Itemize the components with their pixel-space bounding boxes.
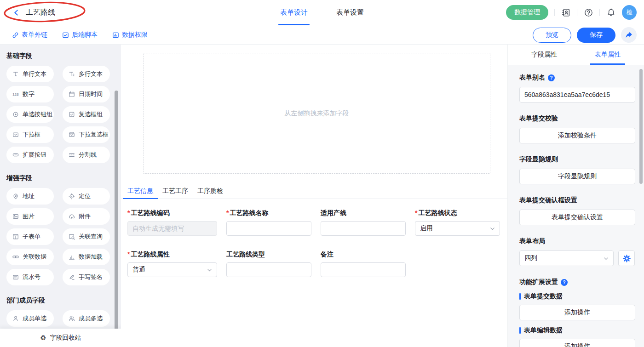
help-icon[interactable]: ? (548, 74, 555, 81)
field-item-label: 子表单 (23, 233, 40, 241)
add-validation-button[interactable]: 添加校验条件 (519, 128, 635, 143)
data-load-icon (68, 254, 75, 260)
field-item-single-line-text[interactable]: 单行文本 (6, 66, 54, 82)
palette-scrollbar[interactable] (115, 91, 118, 346)
help-icon[interactable] (583, 7, 593, 17)
field-item-label: 下拉框 (23, 131, 40, 139)
attachment-icon (68, 213, 75, 220)
field-item-member-single[interactable]: 成员单选 (6, 310, 54, 327)
help-icon[interactable]: ? (561, 279, 568, 286)
route-code-input[interactable] (127, 221, 217, 236)
field-item-image[interactable]: 图片 (6, 208, 54, 225)
field-item-label: 扩展按钮 (23, 151, 46, 159)
panel-scrollbar[interactable] (639, 69, 643, 184)
field-item-serial-number[interactable]: 流水号 (6, 269, 54, 285)
field-route-attribute: *工艺路线属性 普通 (127, 250, 217, 277)
header-left: 工艺路线 (0, 7, 55, 17)
design-canvas: 从左侧拖拽来添加字段 工艺信息 工艺工序 工序质检 *工艺路线编码 *工艺路线名… (121, 45, 507, 347)
field-item-radio-group[interactable]: 单选按钮组 (6, 106, 54, 123)
submit-data-add-action-button[interactable]: 添加操作 (519, 305, 635, 320)
form-alias-input[interactable] (519, 87, 635, 102)
divider (599, 9, 600, 16)
edit-data-add-action-button[interactable]: 添加操作 (519, 339, 635, 347)
datetime-icon (68, 91, 75, 97)
field-item-label: 成员单选 (23, 314, 46, 323)
data-manage-button[interactable]: 数据管理 (506, 5, 548, 20)
tab-step-quality-check[interactable]: 工序质检 (193, 184, 228, 199)
multi-select-icon (68, 131, 75, 138)
notification-bell-icon[interactable] (606, 7, 616, 17)
toolbar-link-label: 后端脚本 (72, 31, 98, 39)
field-item-subform[interactable]: 子表单 (6, 228, 54, 245)
tab-process-steps[interactable]: 工艺工序 (158, 184, 193, 199)
visibility-rule-button[interactable]: 字段显隐规则 (519, 169, 635, 184)
field-item-linked-query[interactable]: 关联查询 (63, 228, 110, 245)
field-item-select[interactable]: 下拉框 (6, 126, 54, 143)
linked-data-icon (12, 254, 19, 260)
field-item-label: 手写签名 (79, 273, 103, 281)
route-status-select[interactable]: 启用 (415, 221, 500, 236)
field-label: 工艺路线类型 (226, 250, 311, 258)
preview-button[interactable]: 预览 (533, 28, 571, 43)
tab-form-design[interactable]: 表单设计 (279, 0, 309, 25)
field-item-number[interactable]: 123 数字 (6, 86, 54, 102)
layout-select[interactable]: 四列 (519, 250, 614, 266)
address-icon (12, 193, 19, 199)
layout-settings-button[interactable] (618, 250, 635, 266)
field-item-member-multi[interactable]: 成员多选 (63, 310, 110, 327)
chevron-down-icon (490, 226, 495, 231)
field-item-divider-line[interactable]: 分割线 (63, 147, 110, 163)
multi-line-text-icon (68, 71, 75, 77)
share-button[interactable] (621, 27, 637, 43)
user-avatar[interactable]: 检 (622, 5, 637, 20)
field-item-linked-data[interactable]: 关联数据 (6, 249, 54, 265)
submit-confirm-button[interactable]: 表单提交确认设置 (519, 210, 635, 225)
route-name-input[interactable] (226, 221, 311, 236)
backend-script-link[interactable]: 后端脚本 (62, 31, 98, 39)
extension-settings-heading: 功能扩展设置 ? (519, 278, 635, 286)
field-item-data-load[interactable]: 数据加载 (63, 249, 110, 265)
field-item-label: 单行文本 (23, 70, 46, 78)
form-external-link[interactable]: 表单外链 (12, 31, 47, 39)
save-button[interactable]: 保存 (577, 28, 615, 43)
field-item-signature[interactable]: 手写签名 (63, 269, 110, 285)
field-item-label: 日期时间 (79, 90, 103, 98)
palette-section-title: 基础字段 (6, 52, 121, 60)
field-item-attachment[interactable]: 附件 (63, 208, 110, 225)
field-item-address[interactable]: 地址 (6, 188, 54, 205)
group-accent-bar (519, 327, 521, 334)
field-item-location[interactable]: 定位 (63, 188, 110, 205)
field-item-checkbox-group[interactable]: 复选框组 (63, 106, 110, 123)
tab-process-info[interactable]: 工艺信息 (123, 184, 158, 199)
header-tabs: 表单设计 表单设置 (279, 0, 365, 25)
form-layout-heading: 表单布局 (519, 237, 635, 245)
field-item-multi-select[interactable]: 下拉复选框 (63, 126, 110, 143)
link-icon (12, 32, 19, 39)
field-dropzone[interactable]: 从左侧拖拽来添加字段 (143, 53, 490, 174)
field-route-status: *工艺路线状态 启用 (415, 209, 500, 236)
field-label: 适用产线 (321, 209, 406, 216)
field-recycle-bin[interactable]: ♻ 字段回收站 (0, 329, 121, 347)
member-multi-icon (68, 315, 75, 322)
field-item-label: 成员多选 (79, 314, 103, 323)
tab-form-properties[interactable]: 表单属性 (590, 45, 625, 65)
field-item-label: 分割线 (79, 151, 97, 159)
field-route-code: *工艺路线编码 (127, 209, 217, 236)
field-item-multi-line-text[interactable]: 多行文本 (63, 66, 110, 82)
contacts-icon[interactable] (561, 7, 571, 17)
route-type-input[interactable] (226, 262, 311, 277)
tab-form-settings[interactable]: 表单设置 (335, 0, 365, 25)
field-label: *工艺路线名称 (226, 209, 311, 216)
data-permission-link[interactable]: 数据权限 (112, 31, 148, 39)
confirm-box-heading: 表单提交确认框设置 (519, 196, 635, 205)
applicable-line-input[interactable] (321, 221, 406, 236)
back-icon[interactable] (11, 7, 21, 17)
tab-field-properties[interactable]: 字段属性 (527, 45, 562, 65)
edit-data-group-title: 表单编辑数据 (519, 326, 635, 335)
route-attribute-select[interactable]: 普通 (127, 262, 217, 277)
field-item-extend-button[interactable]: 扩展按钮 (6, 147, 54, 163)
field-item-datetime[interactable]: 日期时间 (63, 86, 110, 102)
canvas-form: *工艺路线编码 *工艺路线名称 适用产线 *工艺路线状态 启用 *工艺路线属性 (127, 209, 500, 277)
remark-input[interactable] (321, 262, 406, 277)
toolbar-links: 表单外链 后端脚本 数据权限 (0, 31, 148, 39)
